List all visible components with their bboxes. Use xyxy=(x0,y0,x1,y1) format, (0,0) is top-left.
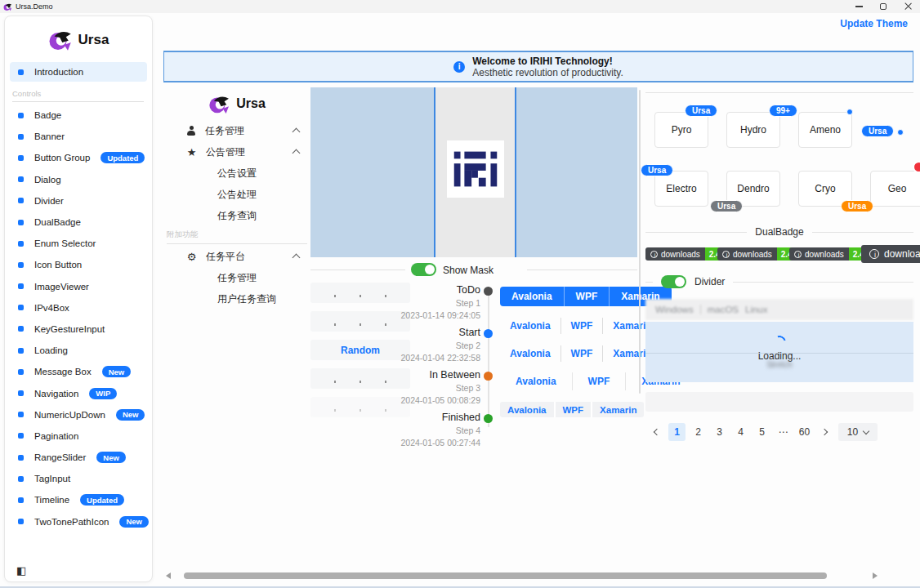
sidebar-item-keygestureinput[interactable]: KeyGestureInput xyxy=(5,318,152,340)
wpf-button[interactable]: WPF xyxy=(560,345,603,362)
button-group-borderless: Avalonia WPF Xamarin xyxy=(500,345,662,362)
scroll-left-arrow-icon[interactable] xyxy=(166,572,171,579)
maximize-button[interactable] xyxy=(871,0,895,13)
avalonia-button[interactable]: Avalonia xyxy=(500,402,554,417)
page-button-4[interactable]: 4 xyxy=(732,423,749,441)
sidebar-item-introduction[interactable]: Introduction xyxy=(10,62,147,82)
minimize-button[interactable] xyxy=(846,0,871,13)
right-panel: Pyro Ursa Hydro 99+ Ameno Ursa Electro U… xyxy=(645,86,920,588)
page-button-1[interactable]: 1 xyxy=(668,423,686,441)
sidebar-item-enum-selector[interactable]: Enum Selector xyxy=(5,233,152,254)
divider-line xyxy=(645,353,913,354)
divider-demo-row: Divider xyxy=(645,275,913,288)
divider-line xyxy=(527,270,637,270)
control-icon xyxy=(18,220,24,225)
sidebar-item-dialog[interactable]: Dialog xyxy=(5,169,152,190)
divider-toggle[interactable] xyxy=(661,275,686,288)
sidebar-item-loading[interactable]: Loading xyxy=(5,340,152,361)
page-button-2[interactable]: 2 xyxy=(690,423,707,441)
control-icon xyxy=(18,176,24,182)
vertical-scrollbar[interactable] xyxy=(639,90,641,394)
timeline-entry: In Between Step 3 2024-01-05 00:08:29 xyxy=(401,369,481,405)
empty-input-bar[interactable] xyxy=(645,392,913,412)
info-icon xyxy=(722,251,730,258)
info-icon xyxy=(869,249,879,259)
control-icon xyxy=(18,69,24,75)
wpf-button[interactable]: WPF xyxy=(572,372,626,390)
avalonia-button[interactable]: Avalonia xyxy=(500,318,560,334)
control-icon xyxy=(18,519,24,524)
sidebar-item-numericupdown[interactable]: NumericUpDownNew xyxy=(5,404,152,425)
close-button[interactable] xyxy=(895,0,920,13)
badge-card-ameno: Ameno xyxy=(798,112,852,148)
show-mask-toggle[interactable] xyxy=(411,263,436,276)
info-icon xyxy=(453,61,465,73)
nav-subitem-task-management[interactable]: 任务管理 xyxy=(163,267,310,288)
sidebar-item-rangeslider[interactable]: RangeSliderNew xyxy=(5,447,152,468)
window-controls xyxy=(846,0,920,13)
avalonia-button[interactable]: Avalonia xyxy=(500,345,560,362)
prev-page-button[interactable] xyxy=(647,423,664,441)
wpf-button[interactable]: WPF xyxy=(554,402,592,417)
nav-item-task-management[interactable]: 任务管理 xyxy=(163,120,310,141)
nav-subitem-task-query[interactable]: 任务查询 xyxy=(163,205,310,226)
sidebar-item-divider[interactable]: Divider xyxy=(5,190,152,212)
nav-subitem-user-task-query[interactable]: 用户任务查询 xyxy=(163,288,310,310)
sidebar-collapse-icon[interactable]: ◧ xyxy=(16,565,26,576)
ursa-badge-orange: Ursa xyxy=(841,200,873,212)
avalonia-button[interactable]: Avalonia xyxy=(500,287,564,306)
sidebar-item-pagination[interactable]: Pagination xyxy=(5,425,152,447)
xamarin-button[interactable]: Xamarin xyxy=(591,402,644,417)
update-theme-button[interactable]: Update Theme xyxy=(835,16,913,32)
timeline-entry: ToDo Step 1 2023-01-14 09:24:05 xyxy=(401,284,481,320)
sidebar-item-label: Introduction xyxy=(34,67,83,77)
nav-item-announcement-management[interactable]: ★ 公告管理 xyxy=(163,141,310,163)
page-button-5[interactable]: 5 xyxy=(753,423,770,441)
control-icon xyxy=(18,455,24,461)
ursa-logo-icon xyxy=(208,93,230,115)
wpf-button[interactable]: WPF xyxy=(560,318,603,334)
sidebar-item-timeline[interactable]: TimelineUpdated xyxy=(5,489,152,510)
sidebar-item-twotonepathicon[interactable]: TwoTonePathIconNew xyxy=(5,511,152,532)
scroll-right-arrow-icon[interactable] xyxy=(873,572,878,579)
show-mask-label: Show Mask xyxy=(443,265,493,276)
dual-badge: downloads 2.4k xyxy=(789,247,873,261)
page-ellipsis[interactable]: ⋯ xyxy=(775,423,792,441)
control-icon xyxy=(18,390,24,396)
person-icon xyxy=(186,126,196,136)
pagination: 1 2 3 4 5 ⋯ 60 10 xyxy=(647,423,878,441)
horizontal-scrollbar-thumb[interactable] xyxy=(184,572,827,579)
sidebar-item-button-group[interactable]: Button GroupUpdated xyxy=(5,147,152,168)
sidebar-item-banner[interactable]: Banner xyxy=(5,126,152,147)
control-icon xyxy=(18,326,24,332)
chevron-right-icon xyxy=(821,429,828,435)
sidebar-item-navigation[interactable]: NavigationWIP xyxy=(5,382,152,403)
page-button-60[interactable]: 60 xyxy=(796,423,813,441)
nav-menu: Ursa 任务管理 ★ 公告管理 公告设置 公告处理 任务查询 附加功能 ⚙ 任… xyxy=(163,86,310,310)
sidebar-item-dualbadge[interactable]: DualBadge xyxy=(5,212,152,233)
control-icon xyxy=(18,433,24,439)
sidebar-item-taginput[interactable]: TagInput xyxy=(5,468,152,489)
sidebar-item-ipv4box[interactable]: IPv4Box xyxy=(5,297,152,318)
nav-subitem-announcement-processing[interactable]: 公告处理 xyxy=(163,184,310,205)
sidebar-item-message-box[interactable]: Message BoxNew xyxy=(5,361,152,382)
page-size-select[interactable]: 10 xyxy=(838,423,878,441)
next-page-button[interactable] xyxy=(817,423,834,441)
viewer-guide-line xyxy=(515,87,516,257)
sidebar-group-label: Controls xyxy=(12,89,144,102)
avalonia-button[interactable]: Avalonia xyxy=(500,372,572,390)
control-icon xyxy=(18,412,24,417)
chevron-up-icon xyxy=(293,128,301,136)
sidebar-item-imageviewer[interactable]: ImageViewer xyxy=(5,276,152,297)
count-badge: 99+ xyxy=(769,105,797,117)
sidebar-item-icon-button[interactable]: Icon Button xyxy=(5,254,152,275)
nav-subitem-announcement-settings[interactable]: 公告设置 xyxy=(163,163,310,184)
nav-group-label: 附加功能 xyxy=(167,229,307,244)
dot-badge xyxy=(846,109,853,115)
wpf-button[interactable]: WPF xyxy=(564,287,610,306)
image-viewer[interactable] xyxy=(310,87,637,257)
chevron-left-icon xyxy=(654,429,660,435)
sidebar-item-badge[interactable]: Badge xyxy=(5,105,152,126)
page-button-3[interactable]: 3 xyxy=(711,423,728,441)
nav-item-task-platform[interactable]: ⚙ 任务平台 xyxy=(163,246,310,267)
